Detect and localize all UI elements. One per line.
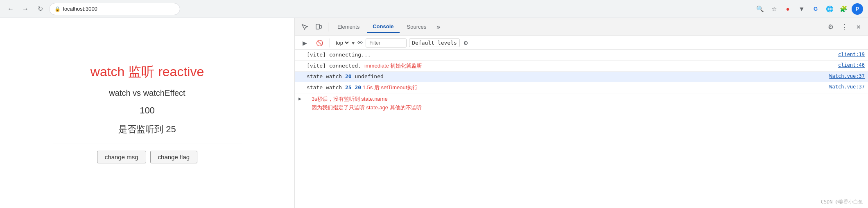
log-prefix-3: state watch bbox=[307, 73, 345, 79]
log-num-4a: 25 bbox=[345, 84, 352, 90]
log-row: [vite] connecting... client:19 bbox=[295, 50, 868, 61]
log-content-4: state watch 25 20 1.5s 后 setTimeout执行 bbox=[307, 84, 825, 91]
log-content-3: state watch 20 undefined bbox=[307, 73, 825, 79]
browser-actions: 🔍 ☆ ● ▼ G 🌐 🧩 P bbox=[754, 3, 863, 15]
log-annotation-2: immediate 初始化就监听 bbox=[364, 63, 423, 69]
multiline-line-1: 3s秒后，没有监听到 state.name bbox=[312, 95, 865, 104]
translate-icon[interactable]: G bbox=[810, 3, 821, 15]
page-value: 100 bbox=[140, 105, 155, 116]
eye-icon[interactable]: 👁 bbox=[357, 39, 363, 47]
address-bar[interactable]: 🔒 localhost:3000 bbox=[49, 3, 180, 15]
log-source-2[interactable]: client:46 bbox=[838, 62, 865, 68]
log-num-3a: 20 bbox=[345, 73, 352, 79]
log-content-2: [vite] connected. immediate 初始化就监听 bbox=[307, 62, 834, 70]
log-prefix-4: state watch bbox=[307, 84, 345, 90]
page-content: watch 监听 reactive watch vs watchEffect 1… bbox=[0, 18, 295, 208]
tab-sources[interactable]: Sources bbox=[401, 21, 432, 32]
console-block-icon[interactable]: 🚫 bbox=[313, 37, 326, 49]
tab-elements[interactable]: Elements bbox=[332, 21, 365, 32]
devtools-panel: Elements Console Sources » ⚙ ⋮ ✕ ▶ 🚫 top… bbox=[295, 18, 868, 208]
log-source-4[interactable]: Watch.vue:37 bbox=[829, 84, 865, 90]
reload-button[interactable]: ↻ bbox=[34, 3, 46, 15]
expand-arrow-icon[interactable]: ▶ bbox=[298, 96, 301, 102]
devtools-topbar-actions: ⚙ ⋮ ✕ bbox=[825, 21, 865, 33]
log-row: state watch 20 undefined Watch.vue:37 bbox=[295, 72, 868, 82]
change-flag-button[interactable]: change flag bbox=[150, 151, 198, 163]
log-source-1[interactable]: client:19 bbox=[838, 52, 865, 57]
svg-rect-1 bbox=[320, 25, 321, 28]
page-subtitle: watch vs watchEffect bbox=[109, 88, 185, 98]
device-toolbar-icon[interactable] bbox=[312, 21, 325, 33]
log-source-3[interactable]: Watch.vue:37 bbox=[829, 73, 865, 79]
more-tabs-icon[interactable]: » bbox=[434, 21, 443, 33]
log-annotation-4: 1.5s 后 setTimeout执行 bbox=[361, 84, 418, 90]
log-row: [vite] connected. immediate 初始化就监听 clien… bbox=[295, 61, 868, 72]
multiline-line-2: 因为我们指定了只监听 state.age 其他的不监听 bbox=[312, 104, 865, 112]
consolebar-separator bbox=[330, 38, 330, 47]
svg-rect-0 bbox=[316, 24, 319, 29]
forward-button[interactable]: → bbox=[20, 3, 31, 15]
address-text: localhost:3000 bbox=[63, 6, 97, 12]
context-dropdown-arrow: ▼ bbox=[352, 40, 355, 46]
log-row: state watch 25 20 1.5s 后 setTimeout执行 Wa… bbox=[295, 82, 868, 93]
globe-icon[interactable]: 🌐 bbox=[824, 3, 835, 15]
context-select[interactable]: top bbox=[334, 39, 350, 46]
log-num-4b: 20 bbox=[355, 84, 361, 90]
devtools-close-icon[interactable]: ✕ bbox=[852, 21, 865, 33]
console-toolbar: ▶ 🚫 top ▼ 👁 Default levels ⚙ bbox=[295, 36, 868, 50]
main-area: watch 监听 reactive watch vs watchEffect 1… bbox=[0, 18, 868, 208]
page-buttons: change msg change flag bbox=[97, 151, 197, 163]
dropdown-icon[interactable]: ▼ bbox=[796, 3, 807, 15]
page-title: watch 监听 reactive bbox=[90, 63, 204, 81]
console-level-select[interactable]: Default levels bbox=[409, 38, 460, 47]
change-msg-button[interactable]: change msg bbox=[97, 151, 146, 163]
element-picker-icon[interactable] bbox=[298, 21, 311, 33]
devtools-topbar: Elements Console Sources » ⚙ ⋮ ✕ bbox=[295, 18, 868, 36]
console-log-area: [vite] connecting... client:19 [vite] co… bbox=[295, 50, 868, 208]
log-text-1: [vite] connecting... bbox=[307, 52, 371, 58]
console-filter-input[interactable] bbox=[366, 38, 407, 47]
profile-avatar[interactable]: P bbox=[852, 3, 863, 15]
page-watch-label: 是否监听到 25 bbox=[118, 123, 176, 136]
log-row-multiline: ▶ 3s秒后，没有监听到 state.name 因为我们指定了只监听 state… bbox=[295, 93, 868, 114]
search-icon[interactable]: 🔍 bbox=[754, 3, 766, 15]
lock-icon: 🔒 bbox=[54, 6, 61, 12]
log-multiline-content: 3s秒后，没有监听到 state.name 因为我们指定了只监听 state.a… bbox=[312, 95, 865, 112]
context-selector[interactable]: top ▼ bbox=[334, 39, 355, 46]
extension-icon1[interactable]: ● bbox=[782, 3, 793, 15]
log-content-1: [vite] connecting... bbox=[307, 52, 834, 58]
devtools-settings-icon[interactable]: ⚙ bbox=[825, 21, 837, 33]
back-button[interactable]: ← bbox=[5, 3, 16, 15]
tab-console[interactable]: Console bbox=[367, 21, 399, 33]
devtools-more-vert-icon[interactable]: ⋮ bbox=[839, 21, 851, 33]
console-play-icon[interactable]: ▶ bbox=[298, 37, 311, 49]
watermark: CSDN @姜香小白鱼 bbox=[821, 199, 863, 206]
bookmark-icon[interactable]: ☆ bbox=[768, 3, 780, 15]
puzzle-icon[interactable]: 🧩 bbox=[838, 3, 849, 15]
log-middle-3: undefined bbox=[352, 73, 384, 79]
tab-separator bbox=[328, 23, 328, 32]
log-text-2: [vite] connected. bbox=[307, 63, 361, 69]
page-divider bbox=[53, 143, 242, 143]
console-settings-icon[interactable]: ⚙ bbox=[464, 39, 468, 47]
browser-bar: ← → ↻ 🔒 localhost:3000 🔍 ☆ ● ▼ G 🌐 🧩 P bbox=[0, 0, 868, 18]
